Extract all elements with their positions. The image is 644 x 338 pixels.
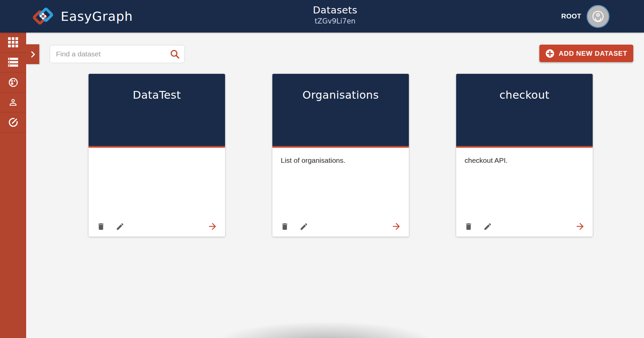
dataset-card-header: checkout: [456, 74, 593, 146]
person-icon: [8, 97, 18, 107]
page-title-block: Datasets tZGv9Li7en: [313, 4, 358, 26]
dataset-title: DataTest: [133, 89, 181, 146]
sidebar-item-apps[interactable]: [0, 33, 26, 53]
open-dataset-button[interactable]: [207, 221, 218, 232]
app-bar: EasyGraph Datasets tZGv9Li7en ROOT: [0, 0, 644, 33]
dataset-title: Organisations: [303, 89, 379, 146]
dataset-card-header: DataTest: [89, 74, 225, 146]
account-circle-icon: [591, 10, 605, 23]
dataset-card-header: Organisations: [272, 74, 409, 146]
dataset-description: List of organisations.: [272, 148, 409, 165]
dataset-description: [89, 148, 225, 156]
edit-dataset-button[interactable]: [300, 222, 308, 231]
search-input[interactable]: [50, 45, 170, 63]
trash-icon: [280, 222, 289, 231]
add-new-dataset-label: ADD NEW DATASET: [559, 50, 628, 57]
pencil-icon: [116, 222, 124, 231]
dataset-card-actions: [464, 221, 585, 232]
page-subtitle: tZGv9Li7en: [313, 17, 358, 26]
sidebar-item-performance[interactable]: [0, 112, 26, 133]
plus-circle-icon: [545, 49, 554, 58]
arrow-right-icon: [207, 221, 218, 232]
user-label: ROOT: [561, 12, 581, 20]
dataset-card-actions: [97, 221, 218, 232]
open-dataset-button[interactable]: [391, 221, 401, 232]
search-button[interactable]: [170, 49, 180, 59]
chevron-right-icon: [29, 50, 37, 59]
open-dataset-button[interactable]: [575, 221, 585, 232]
trash-icon: [464, 222, 473, 231]
palette-icon: [8, 77, 18, 88]
bottom-edge-shadow: [174, 309, 476, 338]
sidebar-item-appearance[interactable]: [0, 73, 26, 93]
page-title: Datasets: [313, 4, 358, 16]
trash-icon: [97, 222, 105, 231]
dataset-card-body: [89, 148, 225, 237]
list-icon: [8, 58, 18, 67]
arrow-right-icon: [391, 221, 401, 232]
user-area: ROOT: [561, 0, 609, 33]
dataset-card-grid: DataTest: [89, 74, 593, 237]
add-new-dataset-button[interactable]: ADD NEW DATASET: [539, 45, 633, 62]
user-avatar-button[interactable]: [587, 5, 609, 28]
sidebar: [0, 33, 26, 338]
grid-icon: [8, 37, 18, 47]
sidebar-item-datasets[interactable]: [0, 53, 26, 73]
arrow-right-icon: [575, 221, 585, 232]
gauge-icon: [8, 117, 18, 128]
dataset-card-actions: [280, 221, 401, 232]
dataset-title: checkout: [499, 89, 549, 146]
sidebar-expand-button[interactable]: [26, 44, 39, 64]
edit-dataset-button[interactable]: [116, 222, 124, 231]
easygraph-logo-icon: [32, 7, 54, 26]
dataset-card[interactable]: Organisations List of organisations.: [272, 74, 409, 237]
dataset-description: checkout API.: [456, 148, 593, 165]
pencil-icon: [483, 222, 492, 231]
delete-dataset-button[interactable]: [97, 222, 105, 231]
edit-dataset-button[interactable]: [483, 222, 492, 231]
brand-name: EasyGraph: [61, 9, 133, 24]
delete-dataset-button[interactable]: [280, 222, 289, 231]
delete-dataset-button[interactable]: [464, 222, 473, 231]
brand[interactable]: EasyGraph: [32, 0, 133, 33]
search-icon: [170, 49, 180, 59]
search-box: [50, 45, 185, 63]
dataset-card[interactable]: checkout checkout API.: [456, 74, 593, 237]
pencil-icon: [300, 222, 308, 231]
dataset-card[interactable]: DataTest: [89, 74, 225, 237]
sidebar-item-users[interactable]: [0, 93, 26, 113]
dataset-card-body: List of organisations.: [272, 148, 409, 237]
dataset-card-body: checkout API.: [456, 148, 593, 237]
